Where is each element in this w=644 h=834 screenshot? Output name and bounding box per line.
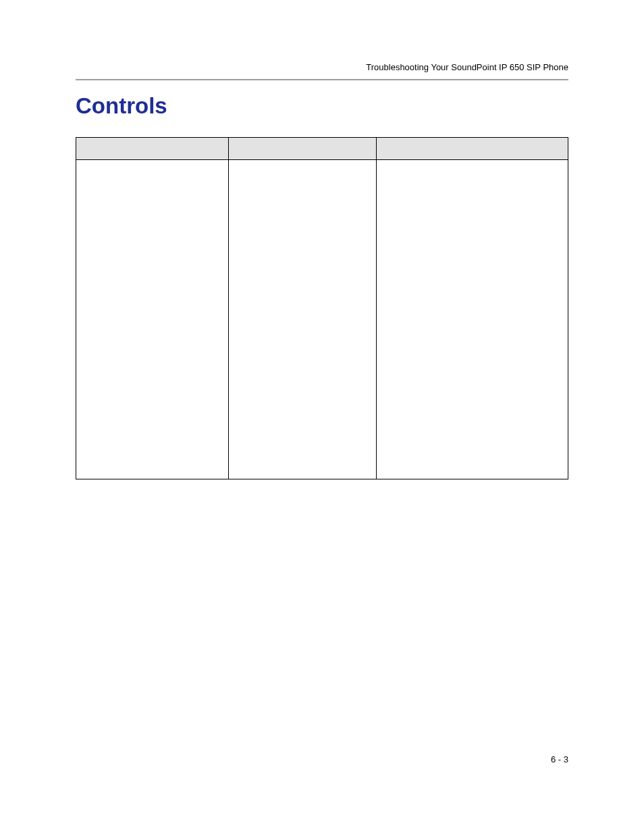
table-row [76, 160, 568, 479]
header-divider [76, 79, 568, 80]
table-header-row [76, 138, 568, 160]
table-header-cell [376, 138, 568, 160]
controls-table [76, 137, 568, 479]
running-header: Troubleshooting Your SoundPoint IP 650 S… [366, 62, 568, 72]
table-header-cell [76, 138, 229, 160]
section-title: Controls [76, 93, 167, 119]
table-cell [76, 160, 229, 479]
table-header-cell [228, 138, 376, 160]
table-cell [228, 160, 376, 479]
table-cell [376, 160, 568, 479]
page-number: 6 - 3 [551, 754, 568, 764]
